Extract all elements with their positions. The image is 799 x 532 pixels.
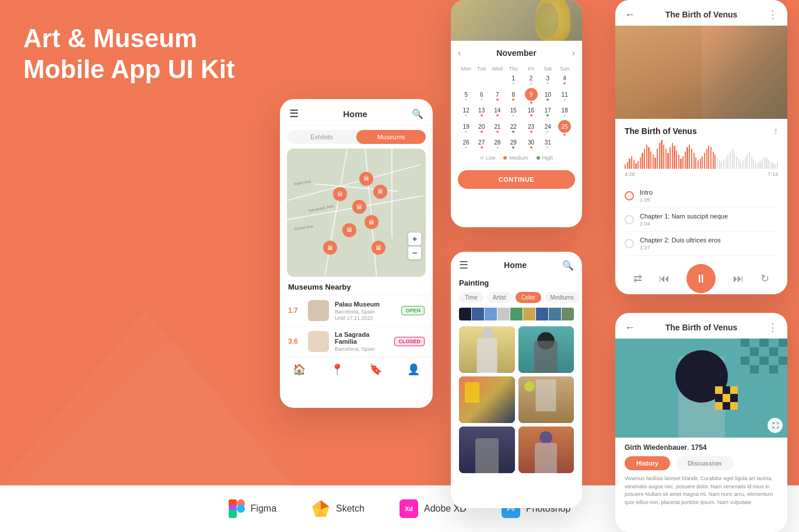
- nav-location-icon[interactable]: 📍: [331, 363, 344, 376]
- fullscreen-button[interactable]: ⛶: [768, 418, 783, 433]
- pause-button[interactable]: ⏸: [686, 264, 716, 293]
- continue-button[interactable]: CONTINUE: [458, 170, 575, 189]
- map-view[interactable]: Palm Ave Tamarack Ave Grand Ave 🏛 🏛 🏛 🏛 …: [287, 149, 426, 277]
- map-pin-7[interactable]: 🏛: [323, 241, 337, 255]
- cal-day[interactable]: [474, 73, 489, 86]
- cal-day[interactable]: 27: [474, 138, 489, 150]
- zoom-in-button[interactable]: +: [408, 232, 421, 245]
- cal-day[interactable]: 21: [489, 118, 506, 138]
- map-pin-5[interactable]: 🏛: [365, 215, 379, 229]
- tab-history[interactable]: History: [625, 456, 670, 470]
- share-button[interactable]: ↑: [773, 126, 778, 136]
- cal-day[interactable]: 3: [541, 73, 554, 86]
- cal-day[interactable]: 8: [506, 86, 521, 105]
- filter-mediums[interactable]: Mediums: [545, 292, 580, 303]
- artwork-thumbnail[interactable]: [459, 326, 515, 373]
- shuffle-button[interactable]: ⇄: [633, 272, 642, 285]
- filter-artist[interactable]: Artist: [487, 292, 512, 303]
- cal-day[interactable]: 17: [541, 105, 554, 118]
- tab-discussion[interactable]: Discussion: [676, 456, 734, 470]
- color-swatch[interactable]: [459, 308, 471, 320]
- cal-day[interactable]: 18: [554, 105, 575, 118]
- search-icon[interactable]: 🔍: [562, 260, 574, 271]
- map-pin-8[interactable]: 🏛: [372, 241, 386, 255]
- artwork-thumbnail[interactable]: [518, 376, 574, 423]
- track-item[interactable]: Chapter 1: Nam suscipit neque 1:04: [625, 208, 778, 232]
- cal-day-highlighted[interactable]: 25: [554, 118, 575, 138]
- cal-day[interactable]: 4: [554, 73, 575, 86]
- artwork-thumbnail[interactable]: [459, 427, 515, 473]
- color-swatch[interactable]: [472, 308, 484, 320]
- cal-day[interactable]: 19: [458, 118, 474, 138]
- color-palette-filter[interactable]: [459, 308, 574, 320]
- cal-day[interactable]: [489, 73, 506, 86]
- color-swatch[interactable]: [562, 308, 574, 320]
- artwork-thumbnail[interactable]: [518, 326, 574, 373]
- cal-day[interactable]: 11: [554, 86, 575, 105]
- map-pin-2[interactable]: 🏛: [333, 187, 347, 201]
- cal-day[interactable]: 30: [521, 138, 542, 150]
- cal-day[interactable]: 5: [458, 86, 474, 105]
- cal-day[interactable]: 22: [506, 118, 521, 138]
- track-item[interactable]: Intro 1:05: [625, 184, 778, 208]
- repeat-button[interactable]: ↻: [761, 272, 769, 285]
- more-options-button[interactable]: ⋮: [768, 321, 778, 334]
- next-button[interactable]: ⏭: [733, 273, 744, 285]
- cal-day[interactable]: 16: [521, 105, 542, 118]
- cal-day[interactable]: 29: [506, 138, 521, 150]
- color-swatch[interactable]: [536, 308, 548, 320]
- filter-time[interactable]: Time: [459, 292, 483, 303]
- cal-day[interactable]: 7: [489, 86, 506, 105]
- cal-day[interactable]: 2: [521, 73, 542, 86]
- museum-list-item[interactable]: 3.6 La Sagrada Familia Barcelona, Spain …: [280, 326, 433, 357]
- previous-button[interactable]: ⏮: [659, 273, 670, 285]
- more-options-button[interactable]: ⋮: [768, 8, 778, 21]
- menu-icon[interactable]: ☰: [459, 259, 468, 272]
- tab-exhibits[interactable]: Exhibits: [287, 130, 356, 144]
- nav-bookmark-icon[interactable]: 🔖: [369, 363, 382, 376]
- cal-day[interactable]: 23: [521, 118, 542, 138]
- color-swatch[interactable]: [549, 308, 561, 320]
- cal-day[interactable]: 20: [474, 118, 489, 138]
- cal-day[interactable]: [458, 73, 474, 86]
- cal-day[interactable]: 6: [474, 86, 489, 105]
- cal-day[interactable]: 15: [506, 105, 521, 118]
- back-button[interactable]: ←: [625, 9, 635, 21]
- cal-day[interactable]: 26: [458, 138, 474, 150]
- waveform-bar: [654, 157, 656, 169]
- color-swatch[interactable]: [497, 308, 510, 320]
- map-pin-4[interactable]: 🏛: [352, 200, 366, 214]
- search-icon[interactable]: 🔍: [412, 108, 423, 119]
- color-swatch[interactable]: [485, 308, 497, 320]
- cal-day[interactable]: 1: [506, 73, 521, 86]
- map-pin-1[interactable]: 🏛: [359, 172, 373, 186]
- cal-day[interactable]: 31: [541, 138, 554, 150]
- track-item[interactable]: Chapter 2: Duis ultrices eros 1:37: [625, 232, 778, 256]
- color-swatch[interactable]: [510, 308, 523, 320]
- color-swatch[interactable]: [523, 308, 535, 320]
- prev-month-button[interactable]: ‹: [458, 48, 461, 58]
- next-month-button[interactable]: ›: [572, 48, 575, 58]
- map-pin-6[interactable]: 🏛: [342, 223, 356, 237]
- menu-icon[interactable]: ☰: [289, 107, 299, 120]
- filter-color[interactable]: Color: [516, 292, 541, 303]
- artwork-thumbnail[interactable]: [518, 427, 574, 473]
- cal-day[interactable]: 28: [489, 138, 506, 150]
- cal-day-today[interactable]: 9: [521, 86, 542, 105]
- cal-day[interactable]: 10: [541, 86, 554, 105]
- map-pin-3[interactable]: 🏛: [373, 185, 387, 199]
- cal-day[interactable]: [554, 138, 575, 150]
- cal-day[interactable]: 13: [474, 105, 489, 118]
- cal-day[interactable]: 12: [458, 105, 474, 118]
- artwork-thumbnail[interactable]: [459, 376, 515, 423]
- museum-list-item[interactable]: 1.7 Palau Museum Barcelona, Spain Until …: [280, 295, 433, 326]
- back-button[interactable]: ←: [625, 322, 635, 334]
- audio-waveform[interactable]: [625, 140, 778, 169]
- nav-home-icon[interactable]: 🏠: [293, 363, 306, 376]
- waveform-bar: [758, 163, 759, 169]
- nav-profile-icon[interactable]: 👤: [407, 363, 420, 376]
- cal-day[interactable]: 24: [541, 118, 554, 138]
- zoom-out-button[interactable]: −: [408, 246, 421, 259]
- tab-museums[interactable]: Museums: [356, 130, 426, 144]
- cal-day[interactable]: 14: [489, 105, 506, 118]
